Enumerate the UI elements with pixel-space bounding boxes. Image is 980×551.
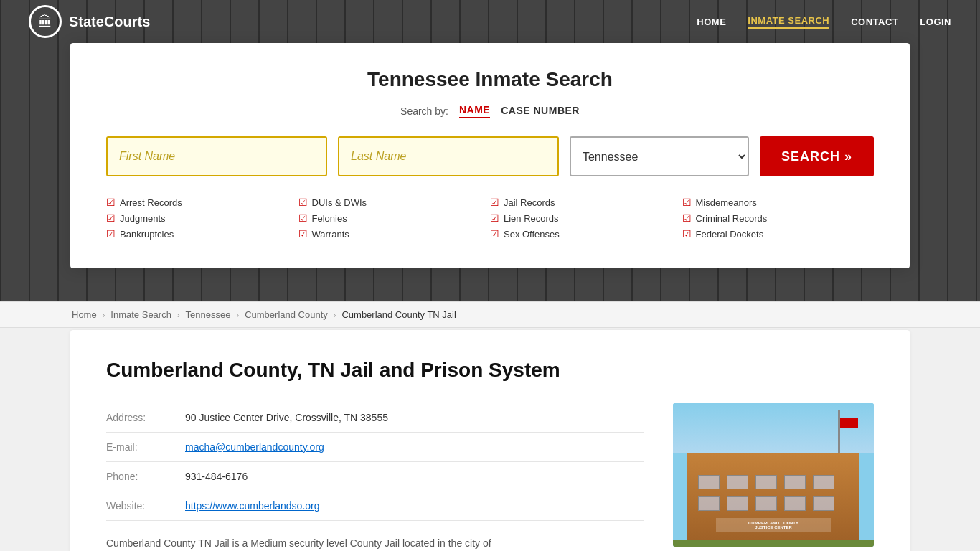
- check-label: Warrants: [312, 229, 349, 240]
- address-label: Address:: [106, 412, 171, 423]
- tab-name[interactable]: NAME: [459, 104, 490, 118]
- check-label: Jail Records: [504, 197, 555, 208]
- check-icon: ☑: [298, 197, 308, 208]
- content-title: Cumberland County, TN Jail and Prison Sy…: [106, 359, 874, 382]
- check-judgments: ☑ Judgments: [106, 212, 298, 224]
- site-header: 🏛 StateCourts HOME INMATE SEARCH CONTACT…: [0, 0, 980, 43]
- check-label: Arrest Records: [120, 197, 182, 208]
- jail-image: CUMBERLAND COUNTYJUSTICE CENTER: [673, 403, 874, 547]
- check-icon: ☑: [106, 197, 116, 208]
- breadcrumb-inmate-search[interactable]: Inmate Search: [110, 309, 171, 320]
- search-inputs-row: Tennessee Alabama Alaska Arizona Califor…: [106, 136, 874, 176]
- breadcrumb-sep-3: ›: [236, 311, 239, 319]
- tab-case-number[interactable]: CASE NUMBER: [501, 105, 580, 118]
- breadcrumb-sep-4: ›: [334, 311, 336, 319]
- check-icon: ☑: [682, 197, 692, 208]
- phone-value: 931-484-6176: [185, 471, 248, 482]
- nav-login[interactable]: LOGIN: [920, 17, 951, 27]
- address-value: 90 Justice Center Drive, Crossville, TN …: [185, 412, 388, 423]
- breadcrumb-home[interactable]: Home: [72, 309, 97, 320]
- website-link[interactable]: https://www.cumberlandso.org: [185, 500, 320, 512]
- site-name: StateCourts: [69, 14, 150, 30]
- info-email: E-mail: macha@cumberlandcounty.org: [106, 433, 644, 462]
- description-text: Cumberland County TN Jail is a Medium se…: [106, 535, 644, 551]
- check-label: Judgments: [120, 213, 166, 224]
- phone-label: Phone:: [106, 471, 171, 482]
- nav-inmate-search[interactable]: INMATE SEARCH: [748, 15, 829, 29]
- check-label: Felonies: [312, 213, 347, 224]
- search-button[interactable]: SEARCH »: [760, 136, 874, 176]
- breadcrumb-sep-2: ›: [177, 311, 180, 319]
- check-felonies: ☑ Felonies: [298, 212, 491, 224]
- check-icon: ☑: [298, 228, 308, 240]
- info-website: Website: https://www.cumberlandso.org: [106, 491, 644, 521]
- check-misdemeanors: ☑ Misdemeanors: [682, 197, 875, 208]
- checkboxes-grid: ☑ Arrest Records ☑ DUIs & DWIs ☑ Jail Re…: [106, 197, 874, 240]
- state-select[interactable]: Tennessee Alabama Alaska Arizona Califor…: [570, 136, 749, 176]
- logo[interactable]: 🏛 StateCourts: [29, 5, 150, 38]
- main-nav: HOME INMATE SEARCH CONTACT LOGIN: [697, 15, 951, 29]
- breadcrumb-sep-1: ›: [103, 311, 105, 319]
- check-lien-records: ☑ Lien Records: [490, 212, 682, 224]
- breadcrumb-current: Cumberland County TN Jail: [341, 309, 456, 320]
- content-right: CUMBERLAND COUNTYJUSTICE CENTER: [673, 403, 874, 547]
- nav-home[interactable]: HOME: [697, 17, 726, 27]
- nav-contact[interactable]: CONTACT: [851, 17, 898, 27]
- check-label: Lien Records: [504, 213, 559, 224]
- email-link[interactable]: macha@cumberlandcounty.org: [185, 441, 324, 453]
- info-phone: Phone: 931-484-6176: [106, 462, 644, 491]
- check-icon: ☑: [298, 212, 308, 224]
- check-label: Sex Offenses: [504, 229, 560, 240]
- check-federal-dockets: ☑ Federal Dockets: [682, 228, 875, 240]
- check-icon: ☑: [682, 212, 692, 224]
- search-by-row: Search by: NAME CASE NUMBER: [106, 104, 874, 118]
- check-label: Bankruptcies: [120, 229, 174, 240]
- check-label: Criminal Records: [696, 213, 768, 224]
- content-area: Cumberland County, TN Jail and Prison Sy…: [70, 330, 910, 551]
- search-title: Tennessee Inmate Search: [106, 68, 874, 91]
- content-left: Address: 90 Justice Center Drive, Crossv…: [106, 403, 644, 551]
- check-bankruptcies: ☑ Bankruptcies: [106, 228, 298, 240]
- logo-icon: 🏛: [29, 5, 62, 38]
- content-body: Address: 90 Justice Center Drive, Crossv…: [106, 403, 874, 551]
- search-card: Tennessee Inmate Search Search by: NAME …: [70, 43, 910, 268]
- check-icon: ☑: [490, 212, 499, 224]
- check-duis: ☑ DUIs & DWIs: [298, 197, 491, 208]
- breadcrumb: Home › Inmate Search › Tennessee › Cumbe…: [0, 301, 980, 328]
- check-icon: ☑: [682, 228, 692, 240]
- search-by-label: Search by:: [400, 105, 448, 117]
- check-arrest-records: ☑ Arrest Records: [106, 197, 298, 208]
- check-label: Federal Dockets: [696, 229, 764, 240]
- check-icon: ☑: [106, 212, 116, 224]
- check-sex-offenses: ☑ Sex Offenses: [490, 228, 682, 240]
- check-jail-records: ☑ Jail Records: [490, 197, 682, 208]
- info-address: Address: 90 Justice Center Drive, Crossv…: [106, 403, 644, 433]
- check-label: Misdemeanors: [696, 197, 757, 208]
- website-label: Website:: [106, 500, 171, 512]
- check-icon: ☑: [106, 228, 116, 240]
- check-criminal-records: ☑ Criminal Records: [682, 212, 875, 224]
- breadcrumb-tennessee[interactable]: Tennessee: [186, 309, 231, 320]
- breadcrumb-cumberland-county[interactable]: Cumberland County: [245, 309, 328, 320]
- last-name-input[interactable]: [338, 136, 559, 176]
- check-warrants: ☑ Warrants: [298, 228, 491, 240]
- first-name-input[interactable]: [106, 136, 327, 176]
- email-label: E-mail:: [106, 441, 171, 453]
- check-icon: ☑: [490, 197, 499, 208]
- check-icon: ☑: [490, 228, 499, 240]
- check-label: DUIs & DWIs: [312, 197, 367, 208]
